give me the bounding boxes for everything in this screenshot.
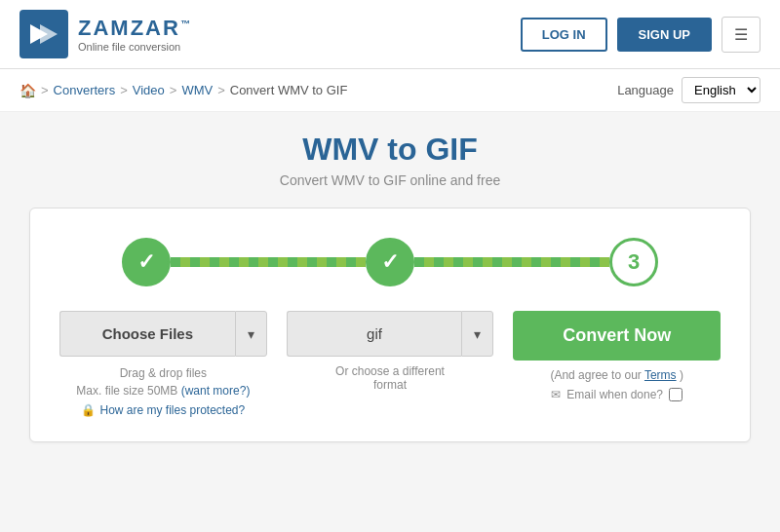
breadcrumb-bar: 🏠 > Converters > Video > WMV > Convert W… xyxy=(0,69,780,112)
email-row: ✉ Email when done? xyxy=(551,388,682,401)
breadcrumb-current: Convert WMV to GIF xyxy=(230,83,348,97)
header-buttons: LOG IN SIGN UP ☰ xyxy=(521,17,760,53)
language-label: Language xyxy=(617,83,674,97)
header: ZAMZAR™ Online file conversion LOG IN SI… xyxy=(0,0,780,69)
main-content: WMV to GIF Convert WMV to GIF online and… xyxy=(0,112,780,462)
step-1-check xyxy=(137,249,155,275)
page-subtitle: Convert WMV to GIF online and free xyxy=(29,172,751,188)
format-area: gif ▾ Or choose a different format xyxy=(287,311,494,392)
logo-tagline: Online file conversion xyxy=(78,41,192,53)
lock-icon: 🔒 xyxy=(81,403,96,417)
format-dropdown[interactable]: ▾ xyxy=(461,311,493,357)
want-more-link[interactable]: (want more?) xyxy=(181,384,251,398)
home-icon[interactable]: 🏠 xyxy=(20,83,36,98)
email-icon: ✉ xyxy=(551,388,561,401)
format-hint: Or choose a different format xyxy=(335,364,445,392)
step-line-2 xyxy=(414,257,609,267)
step-1-circle xyxy=(122,238,171,286)
convert-area: Convert Now (And agree to our Terms ) ✉ … xyxy=(513,311,721,401)
language-area: Language English xyxy=(617,77,760,103)
terms-text: (And agree to our Terms ) xyxy=(550,368,683,382)
breadcrumb-converters[interactable]: Converters xyxy=(54,83,116,97)
breadcrumb-video[interactable]: Video xyxy=(133,83,165,97)
step-2-check xyxy=(381,249,399,275)
email-label: Email when done? xyxy=(566,388,663,401)
page-title: WMV to GIF xyxy=(29,132,751,168)
breadcrumb: 🏠 > Converters > Video > WMV > Convert W… xyxy=(20,83,347,98)
conversion-box: 3 Choose Files ▾ Drag & drop files Max. … xyxy=(29,208,751,442)
action-row: Choose Files ▾ Drag & drop files Max. fi… xyxy=(59,311,721,417)
choose-files-dropdown[interactable]: ▾ xyxy=(235,311,267,357)
steps-row: 3 xyxy=(59,238,721,286)
language-select[interactable]: English xyxy=(682,77,760,103)
logo-area: ZAMZAR™ Online file conversion xyxy=(20,10,192,58)
signup-button[interactable]: SIGN UP xyxy=(617,18,712,52)
drag-text: Drag & drop files Max. file size 50MB (w… xyxy=(76,364,250,399)
menu-button[interactable]: ☰ xyxy=(722,17,760,53)
format-btn-wrap: gif ▾ xyxy=(287,311,494,357)
protect-link[interactable]: 🔒 How are my files protected? xyxy=(81,403,245,417)
choose-files-area: Choose Files ▾ Drag & drop files Max. fi… xyxy=(59,311,267,417)
svg-marker-1 xyxy=(40,24,58,44)
step-line-1 xyxy=(171,257,366,267)
logo-icon xyxy=(20,10,68,58)
choose-files-button[interactable]: Choose Files xyxy=(59,311,235,357)
logo-name: ZAMZAR™ xyxy=(78,16,192,41)
format-display: gif xyxy=(287,311,462,357)
breadcrumb-wmv[interactable]: WMV xyxy=(181,83,213,97)
step-2-circle xyxy=(366,238,414,286)
login-button[interactable]: LOG IN xyxy=(521,18,607,52)
convert-now-button[interactable]: Convert Now xyxy=(513,311,721,361)
logo-text: ZAMZAR™ Online file conversion xyxy=(78,16,192,53)
email-checkbox[interactable] xyxy=(669,388,682,401)
step-3-circle: 3 xyxy=(609,238,658,286)
terms-link[interactable]: Terms xyxy=(644,368,677,382)
step-3-number: 3 xyxy=(628,249,640,275)
choose-files-btn-wrap: Choose Files ▾ xyxy=(59,311,267,357)
